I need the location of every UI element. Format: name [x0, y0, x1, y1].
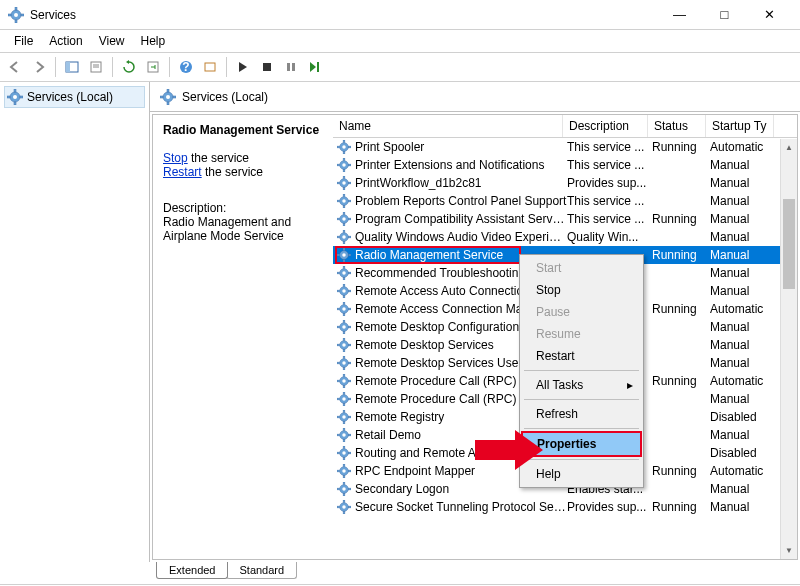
svg-rect-18 — [317, 62, 319, 72]
content-pane: Services (Local) Radio Management Servic… — [150, 82, 800, 562]
menu-help[interactable]: Help — [133, 32, 174, 50]
forward-button[interactable] — [28, 56, 50, 78]
service-status: Running — [652, 500, 710, 514]
menu-action[interactable]: Action — [41, 32, 90, 50]
gear-icon — [337, 212, 351, 226]
cm-separator — [524, 428, 639, 429]
cm-stop[interactable]: Stop — [522, 279, 641, 301]
service-name: PrintWorkflow_d1b2c81 — [355, 176, 567, 190]
export-button[interactable] — [142, 56, 164, 78]
toolbar: ? — [0, 52, 800, 82]
column-headers: Name Description Status Startup Ty — [333, 115, 797, 138]
menu-view[interactable]: View — [91, 32, 133, 50]
service-row[interactable]: PrintWorkflow_d1b2c81Provides sup...Manu… — [333, 174, 797, 192]
service-startup: Manual — [710, 428, 778, 442]
maximize-button[interactable]: □ — [702, 1, 747, 29]
scroll-up-icon[interactable]: ▲ — [781, 139, 797, 156]
service-name: Quality Windows Audio Video Experien... — [355, 230, 567, 244]
service-startup: Automatic — [710, 374, 778, 388]
close-button[interactable]: ✕ — [747, 1, 792, 29]
svg-rect-14 — [205, 63, 215, 71]
service-description: This service ... — [567, 158, 652, 172]
service-startup: Manual — [710, 500, 778, 514]
service-row[interactable]: Print SpoolerThis service ...RunningAuto… — [333, 138, 797, 156]
cm-separator — [524, 399, 639, 400]
service-row[interactable]: Printer Extensions and NotificationsThis… — [333, 156, 797, 174]
gear-icon — [337, 374, 351, 388]
start-service-button[interactable] — [232, 56, 254, 78]
service-startup: Manual — [710, 482, 778, 496]
stop-link[interactable]: Stop — [163, 151, 188, 165]
gear-icon — [7, 89, 23, 105]
service-status: Running — [652, 464, 710, 478]
gear-icon — [337, 266, 351, 280]
back-button[interactable] — [4, 56, 26, 78]
svg-rect-7 — [66, 62, 70, 72]
menu-bar: File Action View Help — [0, 30, 800, 52]
restart-link[interactable]: Restart — [163, 165, 202, 179]
stop-service-button[interactable] — [256, 56, 278, 78]
service-description: This service ... — [567, 194, 652, 208]
gear-icon — [337, 392, 351, 406]
cm-refresh[interactable]: Refresh — [522, 403, 641, 425]
gear-icon — [337, 410, 351, 424]
navigation-pane: Services (Local) — [0, 82, 150, 562]
service-row[interactable]: Secure Socket Tunneling Protocol Service… — [333, 498, 797, 516]
minimize-button[interactable]: — — [657, 1, 702, 29]
gear-icon — [337, 500, 351, 514]
tab-extended[interactable]: Extended — [156, 562, 228, 579]
menu-file[interactable]: File — [6, 32, 41, 50]
restart-service-button[interactable] — [304, 56, 326, 78]
description-text: Radio Management and Airplane Mode Servi… — [163, 215, 323, 243]
service-startup: Manual — [710, 320, 778, 334]
gear-icon — [337, 248, 351, 262]
main-area: Services (Local) Services (Local) Radio … — [0, 82, 800, 562]
scroll-thumb[interactable] — [783, 199, 795, 289]
service-description: This service ... — [567, 212, 652, 226]
service-status: Running — [652, 302, 710, 316]
pause-service-button[interactable] — [280, 56, 302, 78]
service-status: Running — [652, 248, 710, 262]
title-bar: Services — □ ✕ — [0, 0, 800, 30]
window-title: Services — [30, 8, 657, 22]
vertical-scrollbar[interactable]: ▲ ▼ — [780, 139, 797, 559]
submenu-arrow-icon: ▸ — [627, 378, 633, 392]
gear-icon — [337, 302, 351, 316]
cm-start: Start — [522, 257, 641, 279]
help-button[interactable]: ? — [175, 56, 197, 78]
col-startup-type[interactable]: Startup Ty — [706, 115, 774, 137]
service-row[interactable]: Program Compatibility Assistant ServiceT… — [333, 210, 797, 228]
gear-icon — [337, 428, 351, 442]
gear-icon — [337, 194, 351, 208]
properties-button[interactable] — [85, 56, 107, 78]
service-startup: Manual — [710, 230, 778, 244]
cm-separator — [524, 370, 639, 371]
service-startup: Disabled — [710, 446, 778, 460]
service-description: Quality Win... — [567, 230, 652, 244]
refresh-button[interactable] — [118, 56, 140, 78]
scroll-down-icon[interactable]: ▼ — [781, 542, 797, 559]
gear-icon — [337, 464, 351, 478]
svg-text:?: ? — [182, 60, 189, 74]
view-tabs: Extended Standard — [0, 562, 800, 584]
options-button[interactable] — [199, 56, 221, 78]
service-row[interactable]: Problem Reports Control Panel SupportThi… — [333, 192, 797, 210]
content-header: Services (Local) — [150, 82, 800, 112]
service-startup: Manual — [710, 194, 778, 208]
service-row[interactable]: Quality Windows Audio Video Experien...Q… — [333, 228, 797, 246]
service-startup: Manual — [710, 356, 778, 370]
content-title: Services (Local) — [182, 90, 268, 104]
service-description: Provides sup... — [567, 176, 652, 190]
service-name: Program Compatibility Assistant Service — [355, 212, 567, 226]
col-name[interactable]: Name — [333, 115, 563, 137]
col-description[interactable]: Description — [563, 115, 648, 137]
cm-all-tasks[interactable]: All Tasks▸ — [522, 374, 641, 396]
gear-icon — [337, 158, 351, 172]
show-hide-tree-button[interactable] — [61, 56, 83, 78]
col-status[interactable]: Status — [648, 115, 706, 137]
tab-standard[interactable]: Standard — [226, 562, 297, 579]
nav-services-local[interactable]: Services (Local) — [4, 86, 145, 108]
cm-restart[interactable]: Restart — [522, 345, 641, 367]
detail-panel: Radio Management Service Stop the servic… — [153, 115, 333, 559]
service-startup: Manual — [710, 158, 778, 172]
